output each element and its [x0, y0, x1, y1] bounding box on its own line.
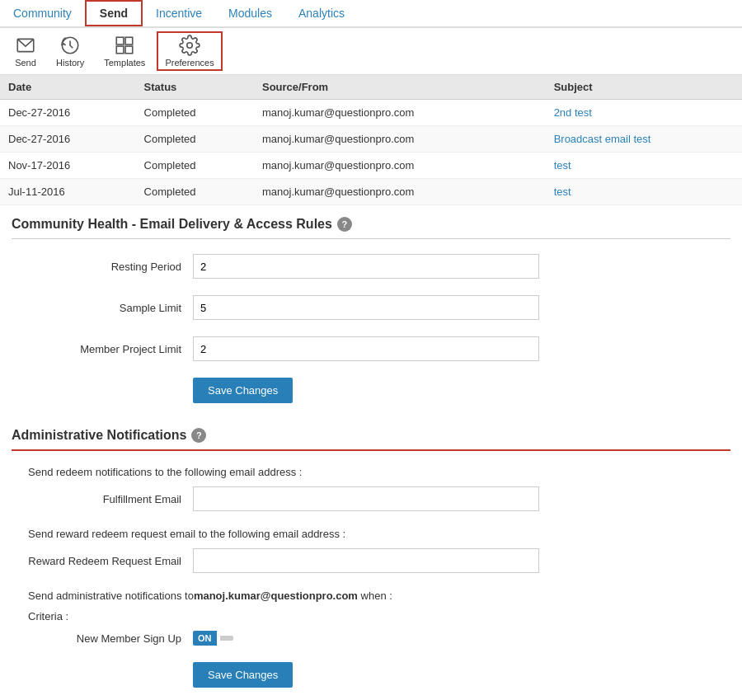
svg-rect-2	[117, 37, 124, 45]
notif1-text: Send redeem notifications to the followi…	[12, 466, 730, 478]
send-icon	[15, 35, 36, 56]
col-source: Source/From	[254, 75, 546, 100]
sample-limit-row: Sample Limit	[12, 295, 730, 320]
preferences-toolbar-label: Preferences	[165, 58, 214, 68]
admin-section-title: Administrative Notifications ?	[12, 428, 730, 443]
notif3-email: manoj.kumar@questionpro.com	[194, 590, 358, 602]
cell-subject: test	[546, 153, 742, 179]
cell-status: Completed	[136, 100, 254, 126]
toolbar: Send History Templates Preferences	[0, 28, 742, 75]
reward-redeem-input[interactable]	[193, 548, 539, 573]
health-section-title: Community Health - Email Delivery & Acce…	[12, 217, 730, 232]
subject-link[interactable]: 2nd test	[554, 106, 592, 119]
toggle-off-label[interactable]	[220, 636, 233, 641]
fulfillment-email-input[interactable]	[193, 486, 539, 511]
table-row: Jul-11-2016 Completed manoj.kumar@questi…	[0, 179, 742, 205]
reward-redeem-row: Reward Redeem Request Email	[12, 548, 730, 573]
resting-period-input[interactable]	[193, 254, 539, 279]
criteria-text: Criteria :	[12, 610, 730, 622]
send-toolbar-btn[interactable]: Send	[7, 31, 45, 71]
cell-source: manoj.kumar@questionpro.com	[254, 100, 546, 126]
health-divider	[12, 238, 730, 239]
reward-redeem-label: Reward Redeem Request Email	[28, 555, 193, 567]
notif3-text: Send administrative notifications tomano…	[12, 590, 730, 602]
cell-date: Nov-17-2016	[0, 153, 136, 179]
svg-rect-5	[125, 46, 133, 54]
fulfillment-email-label: Fulfillment Email	[28, 493, 193, 505]
svg-rect-4	[117, 46, 124, 54]
resting-period-label: Resting Period	[28, 261, 193, 273]
nav-incentive[interactable]: Incentive	[143, 0, 215, 26]
new-member-signup-label: New Member Sign Up	[28, 632, 193, 645]
new-member-toggle[interactable]: ON	[193, 631, 233, 646]
member-project-limit-input[interactable]	[193, 336, 539, 361]
cell-subject: 2nd test	[546, 100, 742, 126]
member-project-limit-row: Member Project Limit	[12, 336, 730, 361]
cell-date: Dec-27-2016	[0, 100, 136, 126]
subject-link[interactable]: Broadcast email test	[554, 133, 651, 145]
history-icon	[59, 35, 81, 56]
admin-section: Administrative Notifications ? Send rede…	[0, 420, 742, 688]
templates-toolbar-label: Templates	[104, 58, 145, 68]
cell-date: Jul-11-2016	[0, 179, 136, 205]
admin-divider	[12, 449, 730, 451]
subject-link[interactable]: test	[554, 186, 571, 198]
health-save-row: Save Changes	[176, 378, 730, 403]
cell-subject: test	[546, 179, 742, 205]
notif2-text: Send reward redeem request email to the …	[12, 528, 730, 540]
sample-limit-input[interactable]	[193, 295, 539, 320]
health-help-icon[interactable]: ?	[337, 217, 352, 232]
nav-analytics[interactable]: Analytics	[285, 0, 358, 26]
templates-toolbar-btn[interactable]: Templates	[96, 31, 153, 71]
cell-status: Completed	[136, 179, 254, 205]
history-table: Date Status Source/From Subject Dec-27-2…	[0, 75, 742, 205]
cell-status: Completed	[136, 153, 254, 179]
templates-icon	[114, 35, 135, 56]
member-project-limit-label: Member Project Limit	[28, 343, 193, 355]
admin-save-button[interactable]: Save Changes	[193, 662, 293, 688]
svg-point-6	[187, 43, 193, 49]
cell-source: manoj.kumar@questionpro.com	[254, 179, 546, 205]
admin-save-row: Save Changes	[176, 662, 730, 688]
subject-link[interactable]: test	[554, 159, 571, 171]
new-member-signup-row: New Member Sign Up ON	[12, 631, 730, 646]
col-subject: Subject	[546, 75, 742, 100]
nav-community[interactable]: Community	[0, 0, 85, 26]
health-section: Community Health - Email Delivery & Acce…	[0, 205, 742, 403]
toggle-on-label[interactable]: ON	[193, 631, 217, 646]
top-nav: Community Send Incentive Modules Analyti…	[0, 0, 742, 28]
admin-help-icon[interactable]: ?	[191, 428, 206, 443]
cell-subject: Broadcast email test	[546, 126, 742, 153]
svg-rect-3	[125, 37, 133, 45]
sample-limit-label: Sample Limit	[28, 302, 193, 314]
nav-modules[interactable]: Modules	[215, 0, 285, 26]
send-toolbar-label: Send	[15, 58, 36, 68]
cell-source: manoj.kumar@questionpro.com	[254, 126, 546, 153]
table-row: Dec-27-2016 Completed manoj.kumar@questi…	[0, 126, 742, 153]
cell-source: manoj.kumar@questionpro.com	[254, 153, 546, 179]
preferences-icon	[179, 35, 200, 56]
col-date: Date	[0, 75, 136, 100]
health-save-button[interactable]: Save Changes	[193, 378, 293, 403]
table-row: Nov-17-2016 Completed manoj.kumar@questi…	[0, 153, 742, 179]
nav-send[interactable]: Send	[85, 0, 143, 26]
history-toolbar-btn[interactable]: History	[48, 31, 92, 71]
table-row: Dec-27-2016 Completed manoj.kumar@questi…	[0, 100, 742, 126]
cell-date: Dec-27-2016	[0, 126, 136, 153]
col-status: Status	[136, 75, 254, 100]
history-toolbar-label: History	[56, 58, 84, 68]
cell-status: Completed	[136, 126, 254, 153]
resting-period-row: Resting Period	[12, 254, 730, 279]
preferences-toolbar-btn[interactable]: Preferences	[157, 31, 222, 71]
fulfillment-email-row: Fulfillment Email	[12, 486, 730, 511]
